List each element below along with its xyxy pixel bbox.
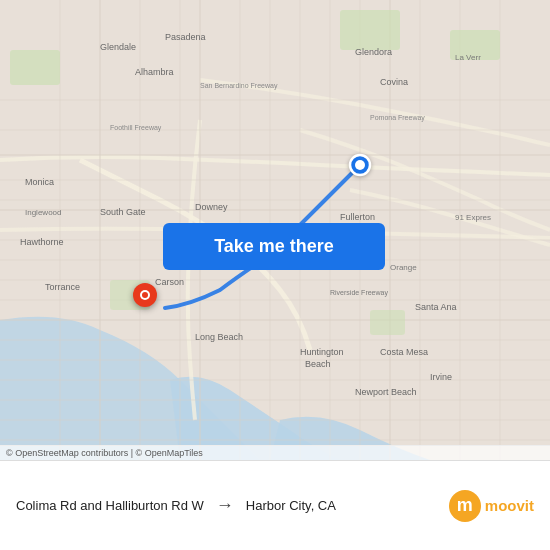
svg-text:Monica: Monica — [25, 177, 54, 187]
svg-text:La Verr: La Verr — [455, 53, 481, 62]
svg-text:Beach: Beach — [305, 359, 331, 369]
svg-text:Irvine: Irvine — [430, 372, 452, 382]
svg-text:Huntington: Huntington — [300, 347, 344, 357]
svg-rect-36 — [370, 310, 405, 335]
svg-text:Glendora: Glendora — [355, 47, 392, 57]
svg-text:South Gate: South Gate — [100, 207, 146, 217]
origin-label: Colima Rd and Halliburton Rd W — [16, 498, 204, 513]
svg-text:Hawthorne: Hawthorne — [20, 237, 64, 247]
svg-rect-33 — [340, 10, 400, 50]
moovit-logo: m moovit — [449, 490, 534, 522]
svg-text:Pasadena: Pasadena — [165, 32, 206, 42]
svg-text:Fullerton: Fullerton — [340, 212, 375, 222]
svg-text:Pomona Freeway: Pomona Freeway — [370, 114, 425, 122]
svg-text:Santa Ana: Santa Ana — [415, 302, 457, 312]
bottom-bar: Colima Rd and Halliburton Rd W → Harbor … — [0, 460, 550, 550]
svg-text:Foothill Freeway: Foothill Freeway — [110, 124, 162, 132]
map-container: Monica Inglewood Hawthorne South Gate Do… — [0, 0, 550, 460]
svg-point-65 — [355, 160, 365, 170]
take-me-there-button[interactable]: Take me there — [163, 223, 385, 270]
svg-text:Orange: Orange — [390, 263, 417, 272]
svg-rect-32 — [10, 50, 60, 85]
svg-text:Covina: Covina — [380, 77, 408, 87]
svg-text:Alhambra: Alhambra — [135, 67, 174, 77]
svg-text:Torrance: Torrance — [45, 282, 80, 292]
svg-text:Glendale: Glendale — [100, 42, 136, 52]
svg-text:Newport Beach: Newport Beach — [355, 387, 417, 397]
svg-text:91 Expres: 91 Expres — [455, 213, 491, 222]
destination-label: Harbor City, CA — [246, 498, 336, 513]
attribution-text: © OpenStreetMap contributors | © OpenMap… — [6, 448, 203, 458]
svg-text:Costa Mesa: Costa Mesa — [380, 347, 428, 357]
svg-text:Riverside Freeway: Riverside Freeway — [330, 289, 388, 297]
svg-text:San Bernardino Freeway: San Bernardino Freeway — [200, 82, 278, 90]
arrow-icon: → — [216, 495, 234, 516]
moovit-logo-icon: m — [449, 490, 481, 522]
route-bar: Colima Rd and Halliburton Rd W → Harbor … — [0, 461, 550, 550]
svg-text:Long Beach: Long Beach — [195, 332, 243, 342]
svg-text:Inglewood: Inglewood — [25, 208, 61, 217]
svg-text:Downey: Downey — [195, 202, 228, 212]
svg-point-68 — [142, 292, 148, 298]
moovit-logo-text: moovit — [485, 497, 534, 514]
svg-text:Carson: Carson — [155, 277, 184, 287]
